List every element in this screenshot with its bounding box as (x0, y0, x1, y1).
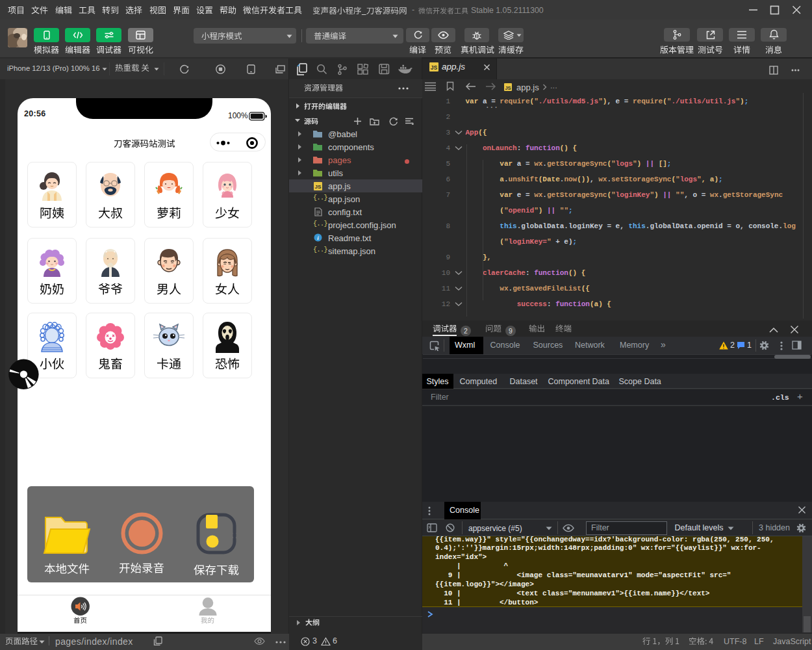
svg-text:JS: JS (431, 64, 438, 71)
svg-text:JS: JS (315, 184, 322, 190)
svg-text:JS: JS (505, 85, 511, 91)
